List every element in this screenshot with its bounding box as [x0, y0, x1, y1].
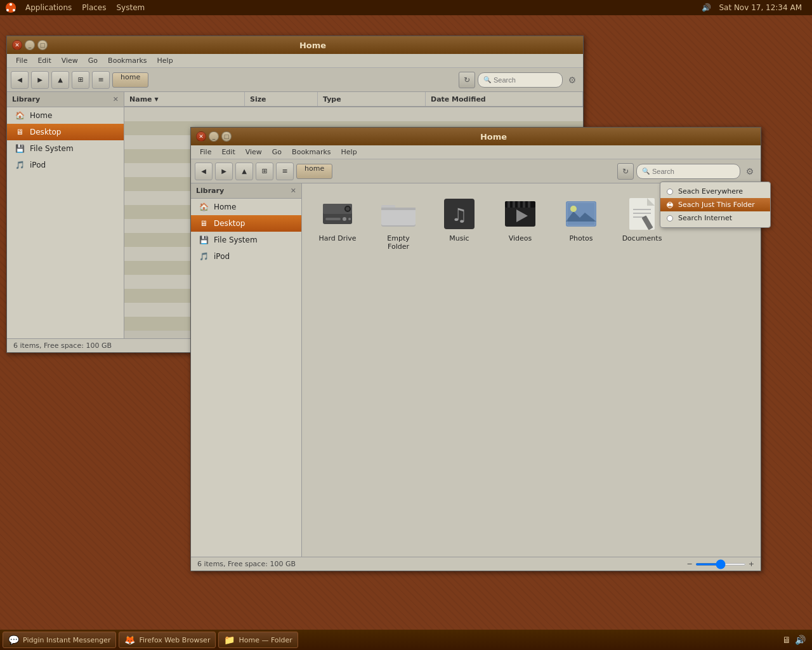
photos-icon	[563, 196, 599, 232]
front-sidebar-home[interactable]: 🏠 Home	[191, 199, 301, 215]
front-window-maximize[interactable]: □	[221, 131, 232, 142]
back-window-maximize[interactable]: □	[37, 40, 48, 50]
search-option-internet[interactable]: Search Internet	[660, 211, 770, 225]
front-bookmarks-menu[interactable]: Bookmarks	[287, 147, 336, 157]
svg-point-3	[6, 9, 9, 11]
front-main-layout: Library ✕ 🏠 Home 🖥 Desktop 💾 File System…	[191, 183, 761, 557]
back-view-menu[interactable]: View	[56, 55, 83, 66]
applications-menu[interactable]: Applications	[20, 2, 77, 13]
svg-rect-25	[566, 201, 596, 227]
back-settings-btn[interactable]: ⚙	[565, 73, 579, 87]
harddrive-icon	[320, 196, 355, 232]
back-refresh-btn[interactable]: ↻	[459, 72, 475, 88]
desktop-icon: 🖥	[15, 127, 25, 137]
back-col-size[interactable]: Size	[245, 92, 318, 106]
taskbar-tray: 🖥 🔊	[778, 635, 809, 645]
back-search-box: 🔍	[478, 72, 563, 88]
file-icon-harddrive[interactable]: Hard Drive	[312, 194, 363, 253]
back-forward-btn[interactable]: ▶	[31, 71, 49, 89]
zoom-plus[interactable]: +	[749, 560, 754, 568]
back-bookmarks-menu[interactable]: Bookmarks	[103, 55, 152, 66]
filesystem-icon: 💾	[15, 143, 25, 154]
back-list-view-btn[interactable]: ≡	[92, 71, 110, 89]
back-window-titlebar: ✕ _ □ Home	[7, 36, 583, 54]
back-col-date[interactable]: Date Modified	[426, 92, 583, 106]
folder-icon	[381, 196, 416, 232]
front-ipod-icon: 🎵	[199, 251, 209, 262]
system-menu[interactable]: System	[111, 2, 150, 13]
front-path-btn[interactable]: home	[296, 164, 332, 179]
search-option-this-folder[interactable]: Seach Just This Folder	[660, 198, 770, 211]
file-icon-music[interactable]: ♫ Music	[434, 194, 485, 253]
back-col-type[interactable]: Type	[318, 92, 426, 106]
front-list-view-btn[interactable]: ≡	[276, 162, 294, 180]
svg-point-2	[13, 9, 15, 11]
zoom-minus[interactable]: −	[687, 560, 693, 568]
svg-rect-8	[325, 218, 341, 220]
back-sidebar-desktop[interactable]: 🖥 Desktop	[7, 124, 124, 140]
taskbar-home-folder[interactable]: 📁 Home — Folder	[218, 632, 298, 648]
front-sidebar-header: Library ✕	[191, 183, 301, 199]
top-menubar: Applications Places System 🔊 Sat Nov 17,…	[0, 0, 812, 15]
svg-point-1	[10, 3, 12, 6]
front-view-menu[interactable]: View	[240, 147, 267, 157]
taskbar-pidgin[interactable]: 💬 Pidgin Instant Messenger	[3, 632, 116, 648]
back-window-minimize[interactable]: _	[25, 40, 35, 50]
back-sidebar-close[interactable]: ✕	[113, 95, 119, 103]
back-path-btn[interactable]: home	[112, 72, 148, 88]
back-go-menu[interactable]: Go	[83, 55, 103, 66]
back-icon-view-btn[interactable]: ⊞	[72, 71, 89, 89]
back-window-close[interactable]: ✕	[12, 40, 22, 50]
volume-icon[interactable]: 🔊	[702, 3, 711, 12]
ubuntu-logo[interactable]	[5, 2, 16, 13]
file-icon-folder[interactable]: Empty Folder	[373, 194, 424, 253]
front-back-btn[interactable]: ◀	[195, 162, 213, 180]
file-icon-harddrive-label: Hard Drive	[318, 234, 356, 242]
front-settings-btn[interactable]: ⚙	[743, 164, 757, 178]
back-file-menu[interactable]: File	[11, 55, 32, 66]
back-sidebar-ipod[interactable]: 🎵 iPod	[7, 157, 124, 173]
file-icon-video[interactable]: Videos	[495, 194, 546, 253]
front-edit-menu[interactable]: Edit	[216, 147, 240, 157]
back-status-text: 6 items, Free space: 100 GB	[13, 342, 112, 350]
back-search-input[interactable]	[494, 76, 557, 84]
front-zoom-slider: − +	[687, 560, 754, 568]
front-search-input[interactable]	[652, 168, 735, 175]
back-table-header: Name ▼ Size Type Date Modified	[124, 92, 583, 107]
front-refresh-btn[interactable]: ↻	[617, 163, 634, 180]
front-sidebar-close[interactable]: ✕	[291, 187, 296, 195]
pidgin-taskbar-icon: 💬	[8, 635, 19, 645]
front-sidebar-desktop[interactable]: 🖥 Desktop	[191, 215, 301, 232]
back-sidebar-home[interactable]: 🏠 Home	[7, 107, 124, 124]
zoom-range[interactable]	[695, 563, 746, 566]
clock-display: Sat Nov 17, 12:34 AM	[719, 3, 807, 12]
back-help-menu[interactable]: Help	[152, 55, 178, 66]
back-col-name[interactable]: Name ▼	[124, 92, 245, 106]
volume-tray-icon[interactable]: 🔊	[795, 635, 806, 645]
front-help-menu[interactable]: Help	[336, 147, 362, 157]
taskbar-firefox[interactable]: 🦊 Firefox Web Browser	[119, 632, 216, 648]
front-file-menu[interactable]: File	[195, 147, 216, 157]
front-window-close[interactable]: ✕	[196, 131, 206, 142]
search-radio-internet	[667, 215, 673, 222]
front-go-menu[interactable]: Go	[267, 147, 287, 157]
back-window-menubar: File Edit View Go Bookmarks Help	[7, 54, 583, 68]
taskbar: 💬 Pidgin Instant Messenger 🦊 Firefox Web…	[0, 630, 812, 650]
back-back-btn[interactable]: ◀	[11, 71, 29, 89]
front-sidebar-filesystem[interactable]: 💾 File System	[191, 232, 301, 248]
front-sidebar-ipod[interactable]: 🎵 iPod	[191, 248, 301, 265]
front-window-minimize[interactable]: _	[209, 131, 219, 142]
table-row[interactable]	[124, 107, 583, 121]
front-home-icon: 🏠	[199, 202, 209, 212]
back-up-btn[interactable]: ▲	[51, 71, 69, 89]
file-icon-photos[interactable]: Photos	[556, 194, 606, 253]
front-forward-btn[interactable]: ▶	[215, 162, 233, 180]
search-option-everywhere[interactable]: Seach Everywhere	[660, 185, 770, 198]
front-up-btn[interactable]: ▲	[235, 162, 253, 180]
front-icon-view-btn[interactable]: ⊞	[256, 162, 273, 180]
back-sidebar-filesystem[interactable]: 💾 File System	[7, 140, 124, 157]
back-search-icon: 🔍	[483, 76, 491, 83]
back-edit-menu[interactable]: Edit	[32, 55, 56, 66]
network-tray-icon[interactable]: 🖥	[782, 635, 791, 645]
places-menu[interactable]: Places	[77, 2, 111, 13]
